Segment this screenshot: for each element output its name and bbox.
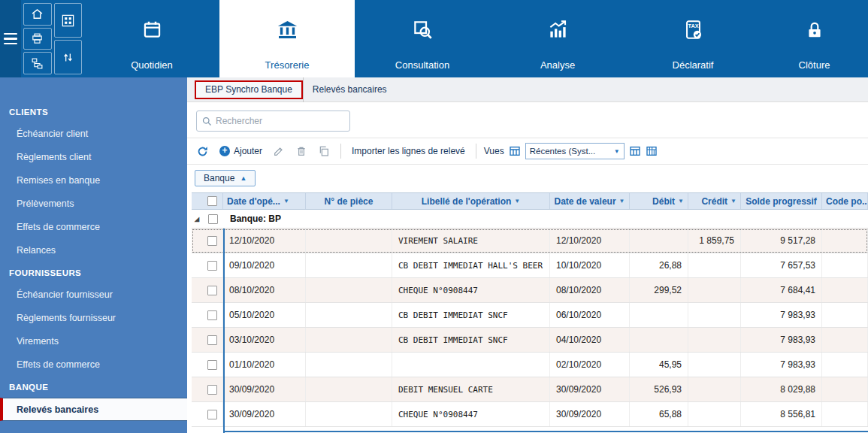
filter-arrow-icon[interactable]: ▼ [730,198,736,204]
print-button[interactable] [23,28,52,50]
views-layout-icon[interactable] [629,145,641,157]
cell-debit [630,229,688,253]
sidebar-item-effets-de-commerce[interactable]: Effets de commerce [0,216,187,239]
group-chip-banque[interactable]: Banque ▲ [195,170,256,186]
nav-tab-label: Quotidien [131,59,173,71]
cell-debit [630,328,688,352]
cell-debit: 26,88 [630,253,688,277]
quick-access-toolbar [21,0,84,77]
search-input[interactable] [216,116,345,126]
row-checkbox[interactable] [207,286,217,295]
sidebar-item-effets-de-commerce[interactable]: Effets de commerce [0,353,187,377]
toolbar: + Ajouter Importer les lignes de relevé … [187,138,868,165]
sidebar-item-releves-bancaires[interactable]: Relevés bancaires [0,398,187,421]
cell-solde: 7 657,53 [741,253,822,277]
group-row-banque-bp[interactable]: ◢ Banque: BP [192,210,868,229]
edit-button[interactable] [270,144,288,159]
delete-button[interactable] [292,144,310,159]
nav-tab-tresorerie[interactable]: Trésorerie [219,0,355,77]
apps-button[interactable] [54,3,83,38]
search-box[interactable] [196,111,350,132]
hamburger-menu-icon[interactable] [0,0,21,77]
cell-solde: 7 983,93 [741,328,822,352]
group-checkbox[interactable] [208,214,218,224]
sidebar-item-label: Échéancier fournisseur [17,289,113,300]
row-checkbox[interactable] [207,385,217,395]
column-header-debit[interactable]: Débit▼ [630,193,688,209]
sidebar-item-label: Relances [17,245,56,256]
filter-arrow-icon[interactable]: ▼ [619,198,625,204]
row-checkbox-cell [202,278,223,302]
column-header-solde-progressif[interactable]: Solde progressif [741,193,822,209]
row-checkbox[interactable] [207,310,217,320]
column-header-date-de-valeur[interactable]: Date de valeur▼ [550,193,630,209]
sidebar-item-echeancier-client[interactable]: Échéancier client [0,123,187,146]
table-row[interactable]: 05/10/2020CB DEBIT IMMEDIAT SNCF06/10/20… [192,303,868,328]
row-checkbox[interactable] [207,360,217,370]
table-row[interactable]: 09/10/2020CB DEBIT IMMEDIAT HALL'S BEER1… [192,253,868,278]
nav-tab-label: Consultation [395,59,449,71]
home-button[interactable] [23,3,52,26]
sidebar-item-label: Règlements fournisseur [17,313,116,323]
sidebar-item-reglements-client[interactable]: Règlements client [0,146,187,169]
sidebar-item-relances[interactable]: Relances [0,239,187,262]
doc-tab-ebp-synchro-banque[interactable]: EBP Synchro Banque [195,80,303,99]
cell-debit: 65,88 [630,402,688,426]
duplicate-button[interactable] [315,144,333,159]
table-row[interactable]: 12/10/2020VIREMENT SALAIRE12/10/20201 85… [192,229,868,253]
cell-date_op: 09/10/2020 [223,253,306,277]
sort-button[interactable] [54,40,83,74]
toolbar-separator [340,144,341,159]
nav-tab-cloture[interactable]: Clôture [761,0,868,77]
import-statement-lines-button[interactable]: Importer les lignes de relevé [349,144,468,158]
cell-date_val: 08/10/2020 [550,278,630,302]
cell-code [822,278,868,302]
table-row[interactable]: 30/09/2020DEBIT MENSUEL CARTE30/09/20205… [192,377,868,402]
column-header-date-d-ope[interactable]: Date d'opé...▼ [223,193,306,209]
views-dropdown[interactable]: Récentes (Syst... ▼ [525,143,625,159]
filter-arrow-icon[interactable]: ▼ [283,198,289,204]
column-header-n-de-piece[interactable]: N° de pièce [306,193,392,209]
sidebar-item-remises-en-banque[interactable]: Remises en banque [0,169,187,192]
add-button[interactable]: + Ajouter [216,144,265,158]
row-checkbox-cell [202,402,223,426]
sidebar-item-virements[interactable]: Virements [0,330,187,353]
column-header-libelle-de-l-operation[interactable]: Libellé de l'opération▼ [392,193,550,209]
table-row[interactable]: 03/10/2020CB DEBIT IMMEDIAT SNCF04/10/20… [192,328,868,353]
row-checkbox[interactable] [207,261,217,271]
column-header-code-po[interactable]: Code po... [822,193,868,209]
grid-header: Date d'opé...▼N° de pièceLibellé de l'op… [192,192,868,210]
ebp-application-window: QuotidienTrésorerieConsultationAnalyseTA… [0,0,868,433]
table-row[interactable]: 08/10/2020CHEQUE N°090844708/10/2020299,… [192,278,868,303]
row-checkbox[interactable] [207,236,217,246]
row-checkbox[interactable] [207,410,217,419]
select-all-checkbox[interactable] [207,196,217,206]
refresh-button[interactable] [193,144,212,159]
nav-tab-declaratif[interactable]: TAXDéclaratif [625,0,761,77]
cell-credit [688,377,741,401]
sidebar-item-echeancier-fournisseur[interactable]: Échéancier fournisseur [0,283,187,307]
views-grid-icon[interactable] [509,145,521,157]
lock-icon [805,0,824,59]
collapse-group-icon[interactable]: ◢ [195,216,199,223]
cell-piece [306,303,392,327]
nav-tab-analyse[interactable]: Analyse [490,0,625,77]
sidebar-item-prelevements[interactable]: Prélèvements [0,192,187,216]
nav-tab-quotidien[interactable]: Quotidien [84,0,219,77]
table-row[interactable]: 01/10/202002/10/202045,957 983,93 [192,353,868,377]
table-row[interactable]: 30/09/2020CHEQUE N°090844730/09/202065,8… [192,402,868,427]
sidebar-item-reglements-fournisseur[interactable]: Règlements fournisseur [0,307,187,330]
views-label: Vues [484,146,504,156]
cell-date_op: 08/10/2020 [223,278,306,302]
row-checkbox[interactable] [207,335,217,345]
hierarchy-button[interactable] [23,52,52,74]
doc-tab-releves-bancaires[interactable]: Relevés bancaires [303,77,396,102]
current-column-indicator [223,229,225,433]
column-header-credit[interactable]: Crédit▼ [688,193,741,209]
views-columns-icon[interactable] [646,145,658,157]
filter-arrow-icon[interactable]: ▼ [678,198,684,204]
nav-tab-consultation[interactable]: Consultation [355,0,490,77]
cell-date_op: 12/10/2020 [223,229,306,253]
pencil-icon [273,145,285,157]
filter-arrow-icon[interactable]: ▼ [514,198,520,204]
